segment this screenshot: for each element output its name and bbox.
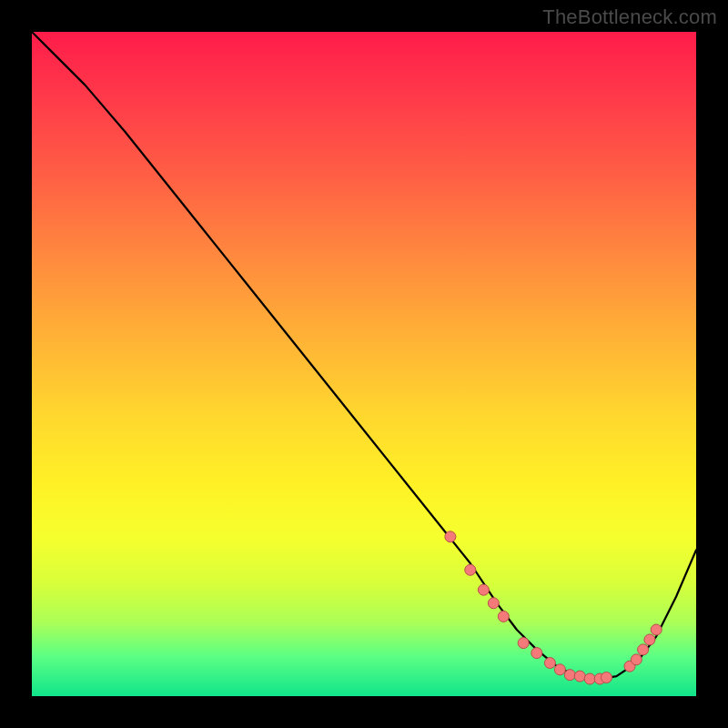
data-point bbox=[584, 673, 595, 684]
data-point bbox=[498, 611, 509, 622]
data-point bbox=[644, 634, 655, 645]
data-point bbox=[574, 671, 585, 682]
data-point bbox=[518, 638, 529, 649]
data-point bbox=[651, 624, 662, 635]
bottleneck-curve bbox=[32, 32, 696, 696]
data-point bbox=[531, 648, 542, 659]
data-point bbox=[465, 564, 476, 575]
data-point bbox=[445, 531, 456, 542]
plot-area bbox=[32, 32, 696, 696]
data-point bbox=[478, 584, 489, 595]
chart-container: TheBottleneck.com bbox=[0, 0, 728, 728]
data-point bbox=[564, 670, 575, 681]
data-point bbox=[554, 664, 565, 675]
data-point bbox=[601, 672, 612, 683]
watermark: TheBottleneck.com bbox=[542, 5, 717, 29]
data-point bbox=[488, 598, 499, 609]
data-point bbox=[638, 644, 649, 655]
data-point bbox=[544, 658, 555, 669]
data-point bbox=[631, 654, 642, 665]
